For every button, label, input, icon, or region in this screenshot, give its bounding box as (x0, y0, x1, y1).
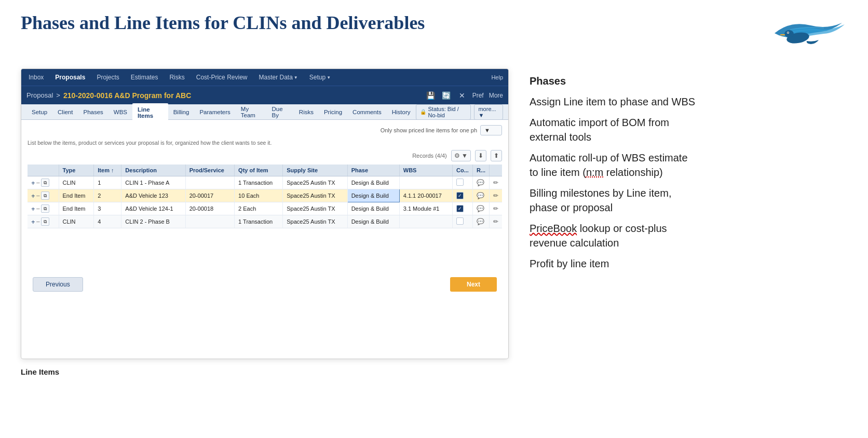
more-status-button[interactable]: more... ▼ (474, 104, 503, 120)
remove-row-btn-3[interactable]: − (36, 206, 40, 212)
tab-history[interactable]: History (387, 106, 416, 118)
nav-item-setup[interactable]: Setup ▼ (307, 71, 333, 84)
row-item-4: 4 (94, 215, 121, 228)
copy-row-btn-3[interactable]: ⧉ (41, 204, 49, 213)
tab-risks[interactable]: Risks (294, 106, 319, 118)
add-row-btn-1[interactable]: + (31, 180, 35, 186)
add-row-btn-3[interactable]: + (31, 206, 35, 212)
edit-icon-1[interactable]: ✏ (493, 179, 498, 186)
row-wbs-1 (399, 176, 452, 189)
row-wbs-2: 4.1.1 20-00017 (399, 189, 452, 202)
bullet-phases: Phases (530, 74, 847, 88)
close-icon[interactable]: ✕ (457, 90, 467, 101)
tab-pricing[interactable]: Pricing (319, 106, 347, 118)
tab-due-by[interactable]: Due By (267, 103, 294, 121)
tab-billing[interactable]: Billing (168, 106, 195, 118)
nav-item-projects[interactable]: Projects (94, 71, 121, 84)
table-row: + − ⧉ End Item 3 A&D Vehicle 124-1 20-00… (28, 202, 502, 215)
next-button[interactable]: Next (450, 277, 497, 292)
remove-row-btn-2[interactable]: − (36, 193, 40, 199)
nav-help[interactable]: Help (491, 74, 503, 80)
add-row-btn-2[interactable]: + (31, 193, 35, 199)
tab-phases[interactable]: Phases (78, 106, 108, 118)
row-type-4: CLIN (59, 215, 94, 228)
tab-parameters[interactable]: Parameters (194, 106, 235, 118)
bullet-profit: Profit by line item (530, 256, 847, 271)
row-actions-4: + − ⧉ (28, 215, 59, 228)
content-area: Only show priced line items for one ph ▼… (21, 120, 508, 302)
copy-row-btn-1[interactable]: ⧉ (41, 179, 49, 187)
row-co-4 (453, 215, 473, 228)
comment-icon-2[interactable]: 💬 (477, 192, 484, 199)
nav-item-risks[interactable]: Risks (167, 71, 186, 84)
upload-btn[interactable]: ⬆ (491, 150, 502, 161)
row-site-2: Space25 Austin TX (283, 189, 347, 202)
col-header-r[interactable]: R... (472, 165, 489, 176)
footer-label: Line Items (21, 367, 59, 376)
status-badge[interactable]: 🔒 Status: Bid / No-bid (416, 104, 471, 120)
filter-dropdown[interactable]: ▼ (480, 125, 502, 135)
nav-item-master-data[interactable]: Master Data ▼ (256, 71, 300, 84)
row-site-3: Space25 Austin TX (283, 202, 347, 215)
gear-dropdown[interactable]: ⚙ ▼ (451, 150, 471, 161)
row-edit-3: ✏ (490, 202, 503, 215)
row-item-3: 3 (94, 202, 121, 215)
co-checkbox-2[interactable]: ✓ (456, 192, 464, 199)
tab-wbs[interactable]: WBS (108, 106, 132, 118)
remove-row-btn-1[interactable]: − (36, 180, 40, 186)
co-checkbox-3[interactable]: ✓ (456, 205, 464, 212)
more-button[interactable]: More (489, 92, 503, 99)
row-edit-4: ✏ (490, 215, 503, 228)
nav-item-proposals[interactable]: Proposals (53, 71, 87, 84)
nav-item-inbox[interactable]: Inbox (26, 71, 46, 84)
comment-icon-3[interactable]: 💬 (477, 205, 484, 212)
edit-icon-4[interactable]: ✏ (493, 218, 498, 225)
save-icon[interactable]: 💾 (426, 90, 436, 101)
col-header-wbs[interactable]: WBS (399, 165, 452, 176)
co-checkbox-1[interactable] (456, 179, 464, 186)
edit-icon-3[interactable]: ✏ (493, 205, 498, 212)
co-checkbox-4[interactable] (456, 217, 464, 225)
tab-setup[interactable]: Setup (26, 106, 52, 118)
tab-client[interactable]: Client (52, 106, 78, 118)
tab-line-items[interactable]: Line Items (132, 102, 168, 122)
row-prod-2: 20-00017 (185, 189, 234, 202)
comment-icon-4[interactable]: 💬 (477, 218, 484, 225)
col-header-supply-site[interactable]: Supply Site (283, 165, 347, 176)
remove-row-btn-4[interactable]: − (36, 218, 40, 225)
proposal-id[interactable]: 210-2020-0016 A&D Program for ABC (63, 91, 191, 100)
col-header-qty[interactable]: Qty of Item (235, 165, 283, 176)
row-type-2: End Item (59, 189, 94, 202)
tab-my-team[interactable]: My Team (236, 103, 267, 121)
download-btn[interactable]: ⬇ (475, 150, 486, 161)
col-header-description[interactable]: Description (121, 165, 185, 176)
main-layout: Inbox Proposals Projects Estimates Risks… (21, 69, 847, 359)
comment-icon-1[interactable]: 💬 (477, 179, 484, 186)
nav-item-estimates[interactable]: Estimates (129, 71, 160, 84)
tab-comments[interactable]: Comments (347, 106, 387, 118)
col-header-phase[interactable]: Phase (347, 165, 399, 176)
row-qty-3: 2 Each (235, 202, 283, 215)
row-site-1: Space25 Austin TX (283, 176, 347, 189)
records-bar: Records (4/4) ⚙ ▼ ⬇ ⬆ (28, 150, 502, 161)
col-header-type[interactable]: Type (59, 165, 94, 176)
row-co-2: ✓ (453, 189, 473, 202)
nav-item-cost-price-review[interactable]: Cost-Price Review (194, 71, 250, 84)
bullet-rollup: Automatic roll-up of WBS estimateto line… (530, 150, 847, 180)
col-header-prod-service[interactable]: Prod/Service (185, 165, 234, 176)
previous-button[interactable]: Previous (33, 277, 83, 292)
row-actions-3: + − ⧉ (28, 202, 59, 215)
copy-row-btn-2[interactable]: ⧉ (41, 191, 49, 200)
row-edit-2: ✏ (490, 189, 503, 202)
pref-button[interactable]: Pref (472, 92, 484, 99)
add-row-btn-4[interactable]: + (31, 218, 35, 225)
refresh-icon[interactable]: 🔄 (441, 90, 452, 101)
col-header-item[interactable]: Item ↑ (94, 165, 121, 176)
col-header-co[interactable]: Co... (453, 165, 473, 176)
app-window: Inbox Proposals Projects Estimates Risks… (21, 69, 509, 359)
edit-icon-2[interactable]: ✏ (493, 192, 498, 199)
copy-row-btn-4[interactable]: ⧉ (41, 217, 49, 226)
filter-label: Only show priced line items for one ph (381, 127, 477, 133)
row-qty-4: 1 Transaction (235, 215, 283, 228)
filter-bar: Only show priced line items for one ph ▼ (28, 125, 502, 135)
